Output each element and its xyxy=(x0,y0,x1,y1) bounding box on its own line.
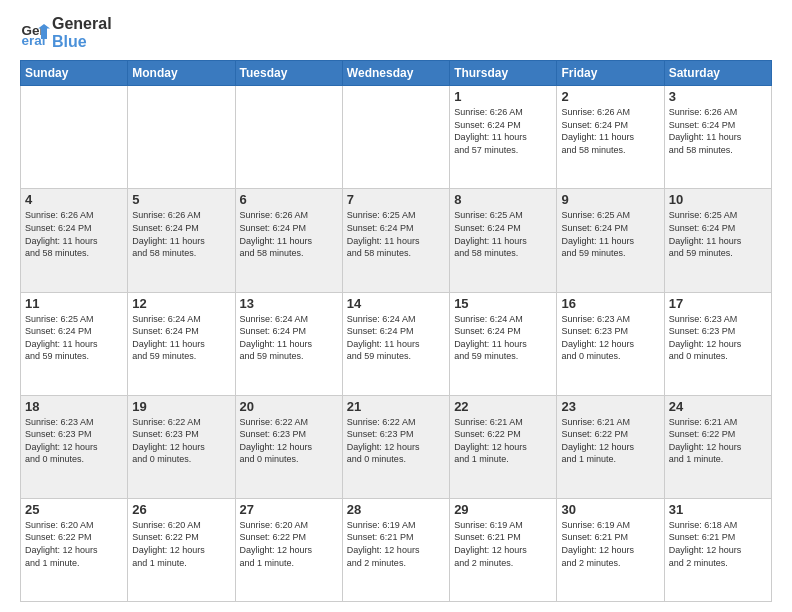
calendar-cell: 16Sunrise: 6:23 AM Sunset: 6:23 PM Dayli… xyxy=(557,292,664,395)
weekday-header-friday: Friday xyxy=(557,61,664,86)
day-number: 6 xyxy=(240,192,338,207)
calendar-cell: 19Sunrise: 6:22 AM Sunset: 6:23 PM Dayli… xyxy=(128,395,235,498)
calendar-cell: 30Sunrise: 6:19 AM Sunset: 6:21 PM Dayli… xyxy=(557,498,664,601)
day-number: 24 xyxy=(669,399,767,414)
calendar-cell: 5Sunrise: 6:26 AM Sunset: 6:24 PM Daylig… xyxy=(128,189,235,292)
day-number: 1 xyxy=(454,89,552,104)
day-info: Sunrise: 6:26 AM Sunset: 6:24 PM Dayligh… xyxy=(25,209,123,259)
weekday-header-monday: Monday xyxy=(128,61,235,86)
calendar-cell: 27Sunrise: 6:20 AM Sunset: 6:22 PM Dayli… xyxy=(235,498,342,601)
calendar-week-row: 25Sunrise: 6:20 AM Sunset: 6:22 PM Dayli… xyxy=(21,498,772,601)
day-info: Sunrise: 6:22 AM Sunset: 6:23 PM Dayligh… xyxy=(240,416,338,466)
day-info: Sunrise: 6:22 AM Sunset: 6:23 PM Dayligh… xyxy=(347,416,445,466)
day-info: Sunrise: 6:26 AM Sunset: 6:24 PM Dayligh… xyxy=(240,209,338,259)
day-info: Sunrise: 6:25 AM Sunset: 6:24 PM Dayligh… xyxy=(347,209,445,259)
day-info: Sunrise: 6:23 AM Sunset: 6:23 PM Dayligh… xyxy=(25,416,123,466)
weekday-header-wednesday: Wednesday xyxy=(342,61,449,86)
calendar-cell: 31Sunrise: 6:18 AM Sunset: 6:21 PM Dayli… xyxy=(664,498,771,601)
calendar-cell: 11Sunrise: 6:25 AM Sunset: 6:24 PM Dayli… xyxy=(21,292,128,395)
day-info: Sunrise: 6:25 AM Sunset: 6:24 PM Dayligh… xyxy=(25,313,123,363)
day-number: 5 xyxy=(132,192,230,207)
day-number: 11 xyxy=(25,296,123,311)
day-info: Sunrise: 6:24 AM Sunset: 6:24 PM Dayligh… xyxy=(347,313,445,363)
day-info: Sunrise: 6:20 AM Sunset: 6:22 PM Dayligh… xyxy=(25,519,123,569)
day-number: 28 xyxy=(347,502,445,517)
day-number: 14 xyxy=(347,296,445,311)
day-info: Sunrise: 6:25 AM Sunset: 6:24 PM Dayligh… xyxy=(454,209,552,259)
calendar-cell: 12Sunrise: 6:24 AM Sunset: 6:24 PM Dayli… xyxy=(128,292,235,395)
day-number: 18 xyxy=(25,399,123,414)
day-info: Sunrise: 6:19 AM Sunset: 6:21 PM Dayligh… xyxy=(561,519,659,569)
calendar-week-row: 4Sunrise: 6:26 AM Sunset: 6:24 PM Daylig… xyxy=(21,189,772,292)
logo: Gen eral General Blue xyxy=(20,15,112,50)
day-number: 22 xyxy=(454,399,552,414)
day-info: Sunrise: 6:23 AM Sunset: 6:23 PM Dayligh… xyxy=(669,313,767,363)
day-number: 26 xyxy=(132,502,230,517)
day-info: Sunrise: 6:26 AM Sunset: 6:24 PM Dayligh… xyxy=(669,106,767,156)
weekday-header-row: SundayMondayTuesdayWednesdayThursdayFrid… xyxy=(21,61,772,86)
calendar-cell: 14Sunrise: 6:24 AM Sunset: 6:24 PM Dayli… xyxy=(342,292,449,395)
calendar-cell xyxy=(128,86,235,189)
day-number: 10 xyxy=(669,192,767,207)
calendar-cell: 15Sunrise: 6:24 AM Sunset: 6:24 PM Dayli… xyxy=(450,292,557,395)
day-info: Sunrise: 6:25 AM Sunset: 6:24 PM Dayligh… xyxy=(561,209,659,259)
calendar-cell: 22Sunrise: 6:21 AM Sunset: 6:22 PM Dayli… xyxy=(450,395,557,498)
logo-text-blue: Blue xyxy=(52,33,112,51)
day-number: 27 xyxy=(240,502,338,517)
calendar-week-row: 18Sunrise: 6:23 AM Sunset: 6:23 PM Dayli… xyxy=(21,395,772,498)
day-info: Sunrise: 6:22 AM Sunset: 6:23 PM Dayligh… xyxy=(132,416,230,466)
calendar-cell: 23Sunrise: 6:21 AM Sunset: 6:22 PM Dayli… xyxy=(557,395,664,498)
day-info: Sunrise: 6:24 AM Sunset: 6:24 PM Dayligh… xyxy=(454,313,552,363)
calendar-cell: 25Sunrise: 6:20 AM Sunset: 6:22 PM Dayli… xyxy=(21,498,128,601)
calendar-cell xyxy=(235,86,342,189)
calendar-cell: 8Sunrise: 6:25 AM Sunset: 6:24 PM Daylig… xyxy=(450,189,557,292)
day-number: 15 xyxy=(454,296,552,311)
day-info: Sunrise: 6:21 AM Sunset: 6:22 PM Dayligh… xyxy=(454,416,552,466)
day-info: Sunrise: 6:20 AM Sunset: 6:22 PM Dayligh… xyxy=(132,519,230,569)
calendar-cell: 21Sunrise: 6:22 AM Sunset: 6:23 PM Dayli… xyxy=(342,395,449,498)
day-number: 13 xyxy=(240,296,338,311)
day-number: 9 xyxy=(561,192,659,207)
calendar-cell: 6Sunrise: 6:26 AM Sunset: 6:24 PM Daylig… xyxy=(235,189,342,292)
calendar-cell: 17Sunrise: 6:23 AM Sunset: 6:23 PM Dayli… xyxy=(664,292,771,395)
day-number: 16 xyxy=(561,296,659,311)
page: Gen eral General Blue SundayMondayTuesda… xyxy=(0,0,792,612)
calendar-cell xyxy=(342,86,449,189)
day-info: Sunrise: 6:21 AM Sunset: 6:22 PM Dayligh… xyxy=(669,416,767,466)
day-info: Sunrise: 6:21 AM Sunset: 6:22 PM Dayligh… xyxy=(561,416,659,466)
day-number: 21 xyxy=(347,399,445,414)
day-info: Sunrise: 6:18 AM Sunset: 6:21 PM Dayligh… xyxy=(669,519,767,569)
day-number: 30 xyxy=(561,502,659,517)
calendar: SundayMondayTuesdayWednesdayThursdayFrid… xyxy=(20,60,772,602)
calendar-cell: 28Sunrise: 6:19 AM Sunset: 6:21 PM Dayli… xyxy=(342,498,449,601)
calendar-cell xyxy=(21,86,128,189)
day-info: Sunrise: 6:19 AM Sunset: 6:21 PM Dayligh… xyxy=(347,519,445,569)
calendar-cell: 7Sunrise: 6:25 AM Sunset: 6:24 PM Daylig… xyxy=(342,189,449,292)
weekday-header-sunday: Sunday xyxy=(21,61,128,86)
day-info: Sunrise: 6:23 AM Sunset: 6:23 PM Dayligh… xyxy=(561,313,659,363)
calendar-cell: 10Sunrise: 6:25 AM Sunset: 6:24 PM Dayli… xyxy=(664,189,771,292)
day-number: 20 xyxy=(240,399,338,414)
day-number: 25 xyxy=(25,502,123,517)
day-info: Sunrise: 6:26 AM Sunset: 6:24 PM Dayligh… xyxy=(132,209,230,259)
day-number: 19 xyxy=(132,399,230,414)
calendar-cell: 18Sunrise: 6:23 AM Sunset: 6:23 PM Dayli… xyxy=(21,395,128,498)
calendar-cell: 29Sunrise: 6:19 AM Sunset: 6:21 PM Dayli… xyxy=(450,498,557,601)
calendar-cell: 4Sunrise: 6:26 AM Sunset: 6:24 PM Daylig… xyxy=(21,189,128,292)
header: Gen eral General Blue xyxy=(20,15,772,50)
day-info: Sunrise: 6:26 AM Sunset: 6:24 PM Dayligh… xyxy=(454,106,552,156)
logo-text-general: General xyxy=(52,15,112,33)
day-number: 7 xyxy=(347,192,445,207)
calendar-week-row: 1Sunrise: 6:26 AM Sunset: 6:24 PM Daylig… xyxy=(21,86,772,189)
day-number: 3 xyxy=(669,89,767,104)
weekday-header-thursday: Thursday xyxy=(450,61,557,86)
calendar-cell: 26Sunrise: 6:20 AM Sunset: 6:22 PM Dayli… xyxy=(128,498,235,601)
day-info: Sunrise: 6:25 AM Sunset: 6:24 PM Dayligh… xyxy=(669,209,767,259)
logo-icon: Gen eral xyxy=(20,18,50,48)
day-info: Sunrise: 6:26 AM Sunset: 6:24 PM Dayligh… xyxy=(561,106,659,156)
day-info: Sunrise: 6:19 AM Sunset: 6:21 PM Dayligh… xyxy=(454,519,552,569)
calendar-cell: 1Sunrise: 6:26 AM Sunset: 6:24 PM Daylig… xyxy=(450,86,557,189)
weekday-header-tuesday: Tuesday xyxy=(235,61,342,86)
calendar-cell: 24Sunrise: 6:21 AM Sunset: 6:22 PM Dayli… xyxy=(664,395,771,498)
weekday-header-saturday: Saturday xyxy=(664,61,771,86)
